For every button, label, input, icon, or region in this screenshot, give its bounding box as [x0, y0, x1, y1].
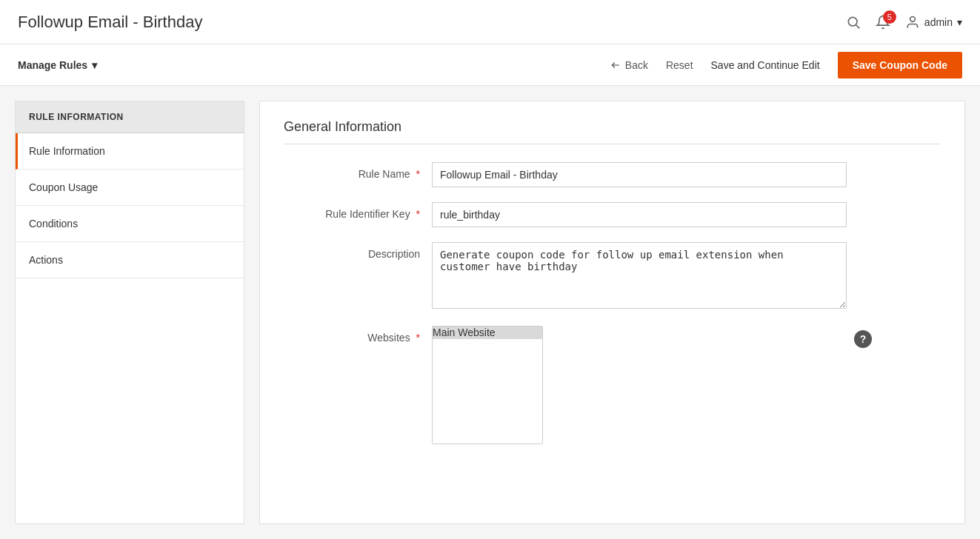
svg-line-1 — [856, 24, 860, 28]
sub-toolbar: Manage Rules ▾ Back Reset Save and Conti… — [0, 44, 980, 86]
rule-name-row: Rule Name * — [284, 162, 941, 187]
form-section-title: General Information — [284, 119, 941, 144]
admin-menu-button[interactable]: admin ▾ — [905, 15, 962, 30]
rule-name-control — [432, 162, 847, 187]
manage-rules-button[interactable]: Manage Rules ▾ — [18, 59, 97, 71]
admin-label: admin — [924, 16, 953, 28]
toolbar-actions: Back Reset Save and Continue Edit Save C… — [610, 52, 962, 78]
sidebar-item-coupon-usage[interactable]: Coupon Usage — [16, 170, 244, 206]
rule-identifier-control — [432, 202, 847, 227]
svg-point-2 — [910, 16, 916, 21]
sidebar-item-rule-information[interactable]: Rule Information — [16, 133, 244, 170]
description-textarea[interactable]: Generate coupon code for follow up email… — [432, 242, 847, 309]
main-content: RULE INFORMATION Rule Information Coupon… — [0, 86, 980, 539]
sidebar-section-header: RULE INFORMATION — [16, 101, 244, 133]
search-button[interactable] — [846, 15, 861, 30]
back-label: Back — [625, 59, 648, 71]
svg-point-0 — [848, 17, 857, 26]
rule-name-label: Rule Name * — [284, 162, 432, 180]
websites-row: Websites * Main Website ? — [284, 326, 941, 444]
sidebar-item-conditions[interactable]: Conditions — [16, 206, 244, 242]
websites-label: Websites * — [284, 326, 432, 344]
sidebar-item-label: Conditions — [29, 218, 78, 230]
page-title: Followup Email - Birthday — [18, 13, 202, 32]
rule-name-input[interactable] — [432, 162, 847, 187]
sidebar-item-label: Actions — [29, 254, 63, 266]
description-control: Generate coupon code for follow up email… — [432, 242, 847, 311]
save-continue-label: Save and Continue Edit — [711, 59, 820, 71]
sidebar-item-label: Coupon Usage — [29, 181, 98, 193]
websites-option-main[interactable]: Main Website — [433, 327, 542, 339]
manage-rules-chevron: ▾ — [92, 59, 97, 71]
websites-control: Main Website — [432, 326, 847, 444]
sidebar-item-label: Rule Information — [29, 145, 105, 157]
rule-identifier-input[interactable] — [432, 202, 847, 227]
notification-badge: 5 — [883, 10, 896, 24]
required-indicator: * — [416, 332, 420, 344]
reset-button[interactable]: Reset — [666, 59, 693, 71]
rule-identifier-row: Rule Identifier Key * — [284, 202, 941, 227]
websites-select[interactable]: Main Website — [432, 326, 543, 444]
save-coupon-button[interactable]: Save Coupon Code — [838, 52, 962, 78]
reset-label: Reset — [666, 59, 693, 71]
websites-help-icon[interactable]: ? — [854, 330, 872, 348]
back-button[interactable]: Back — [610, 59, 648, 71]
manage-rules-label: Manage Rules — [18, 59, 87, 71]
sidebar-item-actions[interactable]: Actions — [16, 242, 244, 278]
admin-chevron: ▾ — [957, 16, 962, 28]
description-row: Description Generate coupon code for fol… — [284, 242, 941, 311]
required-indicator: * — [416, 208, 420, 220]
form-area: General Information Rule Name * Rule Ide… — [259, 101, 965, 524]
notifications-button[interactable]: 5 — [876, 15, 890, 30]
save-continue-button[interactable]: Save and Continue Edit — [711, 59, 820, 71]
save-coupon-label: Save Coupon Code — [853, 59, 947, 71]
rule-identifier-label: Rule Identifier Key * — [284, 202, 432, 220]
sidebar: RULE INFORMATION Rule Information Coupon… — [15, 101, 244, 524]
header-icons: 5 admin ▾ — [846, 15, 962, 30]
top-header: Followup Email - Birthday 5 admin ▾ — [0, 0, 980, 44]
required-indicator: * — [416, 168, 420, 180]
description-label: Description — [284, 242, 432, 260]
